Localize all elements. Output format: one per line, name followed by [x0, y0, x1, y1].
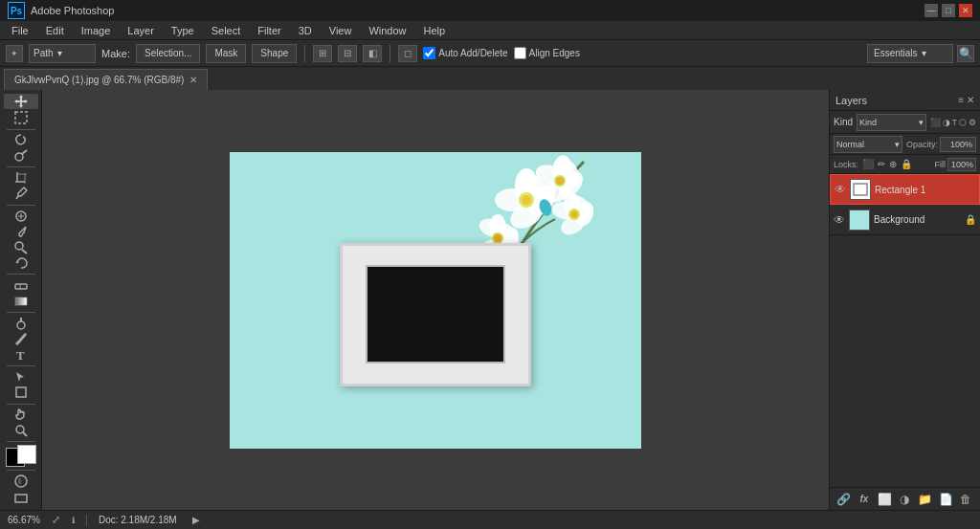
menu-view[interactable]: View: [322, 23, 360, 38]
svg-marker-0: [14, 95, 28, 108]
adjust-filter-icon[interactable]: ◑: [943, 118, 950, 127]
layer-item-background[interactable]: 👁 Background 🔒: [830, 205, 980, 235]
status-info-icon: ℹ: [72, 516, 75, 525]
eraser-tool[interactable]: [4, 278, 38, 293]
doc-tab[interactable]: GkJlvwPvnQ (1).jpg @ 66.7% (RGB/8#) ✕: [4, 69, 208, 90]
opacity-label: Opacity:: [906, 140, 938, 149]
options-bar: ✦ Path ▾ Make: Selection... Mask Shape ⊞…: [0, 40, 980, 67]
pen-tool[interactable]: [4, 332, 38, 346]
hand-tool[interactable]: [4, 408, 38, 422]
layer-visibility-background[interactable]: 👁: [834, 213, 845, 227]
menu-file[interactable]: File: [4, 23, 36, 38]
auto-add-delete-checkbox[interactable]: [423, 47, 435, 59]
path-type-dropdown[interactable]: Path ▾: [29, 44, 96, 63]
menu-window[interactable]: Window: [361, 23, 413, 38]
options-separator-2: [390, 45, 390, 62]
doc-tab-bar: GkJlvwPvnQ (1).jpg @ 66.7% (RGB/8#) ✕: [0, 67, 980, 90]
title-bar-title: Adobe Photoshop: [31, 5, 114, 16]
canvas-area[interactable]: [42, 90, 829, 510]
close-button[interactable]: ✕: [959, 4, 972, 17]
fill-input[interactable]: 100%: [947, 158, 976, 171]
mask-btn[interactable]: Mask: [206, 44, 246, 63]
selection-btn[interactable]: Selection...: [136, 44, 200, 63]
path-arrange-icon[interactable]: ◧: [363, 45, 382, 62]
left-toolbar: T: [0, 90, 42, 510]
smart-filter-icon[interactable]: ⚙: [969, 118, 976, 127]
background-color[interactable]: [17, 445, 36, 464]
dodge-tool[interactable]: [4, 316, 38, 330]
svg-point-12: [15, 242, 23, 250]
shape-btn[interactable]: Shape: [252, 44, 297, 63]
gradient-tool[interactable]: [4, 294, 38, 308]
screen-mode-btn[interactable]: [4, 491, 38, 506]
layer-item-rectangle[interactable]: 👁 Rectangle 1: [830, 174, 980, 205]
adjustment-btn[interactable]: ◑: [896, 491, 913, 508]
pixel-filter-icon[interactable]: ⬛: [930, 118, 941, 127]
move-tool[interactable]: [4, 94, 38, 109]
layers-mode-row: Normal ▾ Opacity: 100%: [830, 134, 980, 155]
lock-position-icon[interactable]: ✏: [878, 159, 885, 169]
eyedropper-tool[interactable]: [4, 187, 38, 201]
path-ops-icon[interactable]: ⊞: [313, 45, 332, 62]
fill-label: Fill: [935, 160, 947, 169]
svg-point-17: [17, 321, 25, 329]
delete-layer-btn[interactable]: 🗑: [957, 491, 974, 508]
lock-artboard-icon[interactable]: ⊕: [889, 159, 897, 169]
lock-all-icon[interactable]: 🔒: [901, 159, 912, 169]
type-filter-icon[interactable]: T: [952, 118, 958, 127]
quick-select-tool[interactable]: [4, 149, 38, 164]
workspace-dropdown[interactable]: Essentials ▾: [867, 44, 953, 63]
locks-label: Locks:: [834, 160, 858, 169]
tool-preset-picker[interactable]: ✦: [6, 45, 23, 62]
history-brush-tool[interactable]: [4, 256, 38, 271]
brush-tool[interactable]: [4, 225, 38, 239]
path-select-tool[interactable]: [4, 370, 38, 385]
lasso-tool[interactable]: [4, 133, 38, 147]
opacity-input[interactable]: 100%: [940, 137, 976, 152]
fx-btn[interactable]: fx: [856, 491, 873, 508]
menu-3d[interactable]: 3D: [291, 23, 320, 38]
lock-pixel-icon[interactable]: ⬛: [862, 159, 874, 169]
zoom-tool[interactable]: [4, 424, 38, 438]
title-bar-controls[interactable]: — □ ✕: [924, 4, 972, 17]
layers-filter-dropdown[interactable]: Kind ▾: [857, 114, 925, 131]
minimize-button[interactable]: —: [924, 4, 938, 17]
menu-image[interactable]: Image: [74, 23, 119, 38]
menu-layer[interactable]: Layer: [120, 23, 162, 38]
menu-type[interactable]: Type: [164, 23, 202, 38]
quick-mask-btn[interactable]: [4, 474, 38, 489]
crop-tool[interactable]: [4, 171, 38, 186]
link-layers-btn[interactable]: 🔗: [835, 491, 853, 508]
blend-mode-dropdown[interactable]: Normal ▾: [834, 136, 902, 153]
menu-edit[interactable]: Edit: [38, 23, 72, 38]
align-edges-checkbox[interactable]: [514, 47, 526, 59]
svg-rect-1: [15, 112, 27, 123]
new-group-btn[interactable]: 📁: [917, 491, 934, 508]
new-layer-btn[interactable]: 📄: [937, 491, 954, 508]
layer-visibility-rectangle[interactable]: 👁: [835, 183, 846, 196]
tool-separator-8: [7, 441, 35, 442]
doc-tab-close[interactable]: ✕: [189, 75, 197, 85]
marquee-tool[interactable]: [4, 111, 38, 125]
shape-tool[interactable]: [4, 386, 38, 400]
type-tool[interactable]: T: [4, 348, 38, 363]
panel-collapse-icon[interactable]: ≡: [958, 95, 964, 105]
panel-close-icon[interactable]: ✕: [967, 95, 974, 105]
search-icon[interactable]: 🔍: [957, 45, 974, 62]
add-mask-btn[interactable]: ⬜: [876, 491, 893, 508]
filter-dropdown-arrow: ▾: [919, 118, 924, 127]
svg-marker-21: [16, 372, 24, 382]
healing-tool[interactable]: [4, 209, 38, 223]
menu-select[interactable]: Select: [204, 23, 249, 38]
rubber-band-icon[interactable]: ◻: [398, 45, 417, 62]
status-doc-arrow[interactable]: ▶: [192, 515, 200, 525]
maximize-button[interactable]: □: [942, 4, 955, 17]
path-type-arrow: ▾: [57, 48, 62, 58]
menu-help[interactable]: Help: [416, 23, 454, 38]
shape-filter-icon[interactable]: ⬡: [959, 118, 967, 127]
color-swatches[interactable]: [4, 448, 38, 464]
title-bar: Ps Adobe Photoshop — □ ✕: [0, 0, 980, 21]
path-align-icon[interactable]: ⊟: [338, 45, 357, 62]
menu-filter[interactable]: Filter: [250, 23, 288, 38]
clone-stamp-tool[interactable]: [4, 240, 38, 254]
